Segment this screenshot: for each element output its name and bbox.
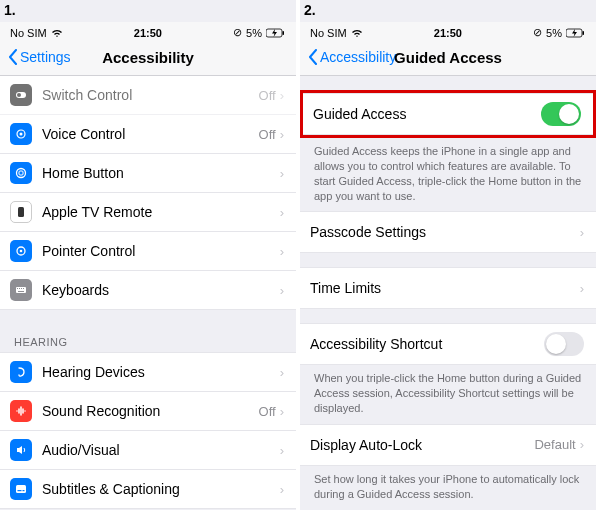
- step-number-2: 2.: [304, 2, 316, 18]
- sound-icon: [10, 400, 32, 422]
- battery-icon: [266, 28, 286, 38]
- row-audio-visual[interactable]: Audio/Visual ›: [0, 431, 296, 470]
- row-label: Subtitles & Captioning: [42, 481, 280, 497]
- row-guided-access-toggle: Guided Access: [303, 93, 593, 135]
- home-button-icon: [10, 162, 32, 184]
- svg-rect-8: [18, 207, 24, 217]
- status-bar: No SIM 21:50 ⊘ 5%: [300, 22, 596, 43]
- row-switch-control[interactable]: Switch Control Off ›: [0, 76, 296, 115]
- guided-access-switch[interactable]: [541, 102, 581, 126]
- svg-rect-14: [21, 288, 22, 289]
- row-voice-control[interactable]: Voice Control Off ›: [0, 115, 296, 154]
- row-time-limits[interactable]: Time Limits ›: [300, 267, 596, 309]
- chevron-right-icon: ›: [280, 404, 284, 419]
- chevron-right-icon: ›: [280, 127, 284, 142]
- row-apple-tv-remote[interactable]: Apple TV Remote ›: [0, 193, 296, 232]
- chevron-right-icon: ›: [280, 166, 284, 181]
- battery-icon: [566, 28, 586, 38]
- svg-rect-17: [16, 485, 26, 493]
- row-value: Default: [534, 437, 575, 452]
- svg-rect-12: [17, 288, 18, 289]
- shortcut-footer: When you triple-click the Home button du…: [300, 365, 596, 424]
- back-button[interactable]: Settings: [8, 49, 71, 65]
- row-label: Audio/Visual: [42, 442, 280, 458]
- row-label: Switch Control: [42, 87, 259, 103]
- row-label: Time Limits: [310, 280, 580, 296]
- chevron-right-icon: ›: [280, 283, 284, 298]
- row-display-auto-lock[interactable]: Display Auto-Lock Default ›: [300, 424, 596, 466]
- voice-control-icon: [10, 123, 32, 145]
- carrier-text: No SIM: [10, 27, 47, 39]
- row-hearing-devices[interactable]: Hearing Devices ›: [0, 352, 296, 392]
- switch-control-icon: [10, 84, 32, 106]
- chevron-right-icon: ›: [280, 244, 284, 259]
- svg-point-10: [20, 250, 23, 253]
- row-label: Accessibility Shortcut: [310, 336, 544, 352]
- row-home-button[interactable]: Home Button ›: [0, 154, 296, 193]
- svg-rect-15: [23, 288, 24, 289]
- chevron-right-icon: ›: [580, 437, 584, 452]
- svg-point-5: [20, 133, 23, 136]
- wifi-icon: [351, 28, 363, 38]
- row-label: Guided Access: [313, 106, 541, 122]
- chevron-right-icon: ›: [280, 88, 284, 103]
- back-label: Settings: [20, 49, 71, 65]
- row-accessibility-shortcut-toggle: Accessibility Shortcut: [300, 323, 596, 365]
- apple-tv-icon: [10, 201, 32, 223]
- status-bar: No SIM 21:50 ⊘ 5%: [0, 22, 296, 43]
- svg-rect-13: [19, 288, 20, 289]
- hearing-icon: [10, 361, 32, 383]
- row-pointer-control[interactable]: Pointer Control ›: [0, 232, 296, 271]
- pointer-icon: [10, 240, 32, 262]
- back-label: Accessibility: [320, 49, 396, 65]
- panel-accessibility: 1. No SIM 21:50 ⊘ 5% Settings Accessibil…: [0, 0, 300, 510]
- back-button[interactable]: Accessibility: [308, 49, 396, 65]
- audio-icon: [10, 439, 32, 461]
- clock-text: 21:50: [434, 27, 462, 39]
- chevron-right-icon: ›: [580, 225, 584, 240]
- step-number-1: 1.: [4, 2, 16, 18]
- subtitles-icon: [10, 478, 32, 500]
- accessibility-shortcut-switch[interactable]: [544, 332, 584, 356]
- svg-rect-19: [23, 490, 25, 491]
- guided-access-footer: Guided Access keeps the iPhone in a sing…: [300, 138, 596, 211]
- chevron-right-icon: ›: [280, 205, 284, 220]
- svg-rect-1: [282, 31, 284, 35]
- clock-text: 21:50: [134, 27, 162, 39]
- svg-rect-18: [18, 490, 22, 491]
- row-label: Display Auto-Lock: [310, 437, 534, 453]
- chevron-right-icon: ›: [280, 365, 284, 380]
- row-label: Sound Recognition: [42, 403, 259, 419]
- battery-text: 5%: [546, 27, 562, 39]
- svg-rect-23: [582, 31, 584, 35]
- row-label: Passcode Settings: [310, 224, 580, 240]
- svg-rect-7: [19, 171, 23, 175]
- chevron-right-icon: ›: [280, 443, 284, 458]
- autolock-footer: Set how long it takes your iPhone to aut…: [300, 466, 596, 510]
- row-label: Keyboards: [42, 282, 280, 298]
- keyboard-icon: [10, 279, 32, 301]
- row-value: Off: [259, 88, 276, 103]
- svg-rect-11: [16, 287, 26, 293]
- row-value: Off: [259, 404, 276, 419]
- battery-text: 5%: [246, 27, 262, 39]
- row-label: Voice Control: [42, 126, 259, 142]
- row-label: Pointer Control: [42, 243, 280, 259]
- orientation-lock-icon: ⊘: [233, 26, 242, 39]
- row-sound-recognition[interactable]: Sound Recognition Off ›: [0, 392, 296, 431]
- chevron-left-icon: [8, 49, 18, 65]
- row-subtitles[interactable]: Subtitles & Captioning ›: [0, 470, 296, 509]
- svg-rect-16: [18, 291, 24, 292]
- row-keyboards[interactable]: Keyboards ›: [0, 271, 296, 310]
- row-label: Hearing Devices: [42, 364, 280, 380]
- chevron-right-icon: ›: [280, 482, 284, 497]
- row-value: Off: [259, 127, 276, 142]
- row-label: Home Button: [42, 165, 280, 181]
- nav-bar: Settings Accessibility: [0, 43, 296, 76]
- wifi-icon: [51, 28, 63, 38]
- page-title: Guided Access: [394, 49, 502, 66]
- row-label: Apple TV Remote: [42, 204, 280, 220]
- row-passcode-settings[interactable]: Passcode Settings ›: [300, 211, 596, 253]
- section-header-hearing: HEARING: [0, 332, 296, 352]
- chevron-left-icon: [308, 49, 318, 65]
